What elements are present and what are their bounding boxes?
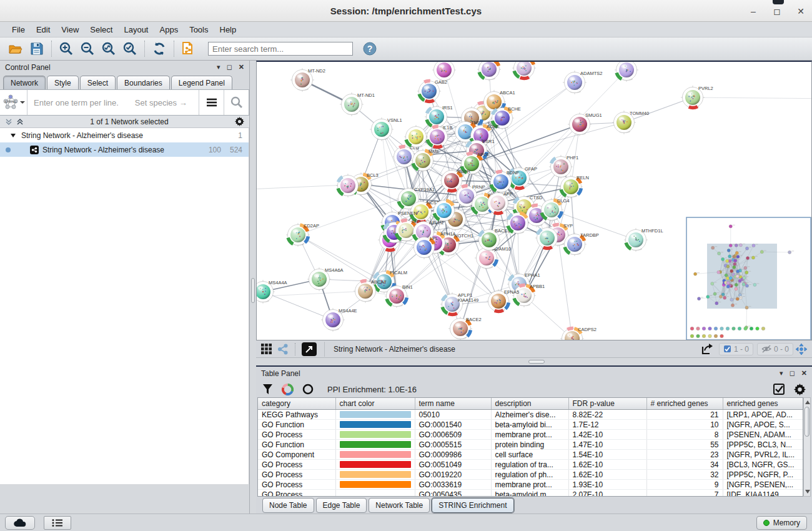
network-node[interactable]	[506, 211, 530, 235]
splitter-handle[interactable]	[251, 278, 255, 303]
table-row[interactable]: GO ProcessGO:0051049regulation of tra...…	[258, 460, 803, 470]
selected-checkbox-icon[interactable]	[723, 345, 731, 353]
network-node[interactable]: PHF1	[549, 155, 578, 179]
panel-float-icon[interactable]: ◻	[790, 369, 795, 377]
network-node[interactable]: MME	[411, 149, 440, 172]
panel-close-icon[interactable]: ✕	[801, 369, 807, 377]
network-collection-row[interactable]: String Network - Alzheimer's disease 1	[0, 128, 249, 142]
collapse-all-icon[interactable]	[16, 118, 24, 126]
table-row[interactable]: KEGG Pathways05010Alzheimer's dise...8.8…	[258, 410, 803, 420]
column-header-term-name[interactable]: term name	[415, 398, 491, 410]
network-node[interactable]	[615, 62, 638, 82]
table-row[interactable]: GO ComponentGO:0009986cell surface1.54E-…	[258, 450, 803, 460]
refresh-icon[interactable]	[149, 39, 170, 58]
menu-edit[interactable]: Edit	[31, 23, 56, 36]
network-node[interactable]: GAB2	[417, 79, 447, 103]
vertical-splitter[interactable]	[250, 61, 256, 514]
table-row[interactable]: GO ProcessGO:0019220regulation of ph...1…	[258, 470, 803, 480]
splitter-handle[interactable]	[528, 360, 545, 364]
hidden-eye-icon[interactable]	[761, 345, 771, 353]
maximize-button[interactable]: ◻	[772, 6, 782, 16]
menu-help[interactable]: Help	[214, 23, 242, 36]
minimize-button[interactable]: –	[748, 6, 758, 16]
menu-view[interactable]: View	[56, 23, 84, 36]
network-node[interactable]: IL1B	[425, 125, 452, 149]
select-rows-checkbox-icon[interactable]	[773, 384, 785, 395]
menu-file[interactable]: File	[6, 23, 31, 36]
string-term-placeholder[interactable]: Enter one term per line.	[34, 98, 119, 107]
column-header-enriched-genes[interactable]: enriched genes	[723, 398, 803, 410]
scroll-down-arrow[interactable]	[805, 490, 810, 494]
tab-network-table[interactable]: Network Table	[369, 498, 430, 513]
zoom-in-icon[interactable]	[56, 39, 77, 58]
network-node[interactable]: APLP1KIAA1149	[440, 292, 478, 316]
export-network-icon[interactable]	[699, 342, 715, 357]
network-node[interactable]: SMUG1	[568, 112, 602, 136]
network-node[interactable]: MT-ND1	[340, 92, 375, 116]
network-from-file-icon[interactable]	[178, 39, 199, 58]
menu-apps[interactable]: Apps	[154, 23, 184, 36]
table-row[interactable]: GO ProcessGO:0006509membrane prot...1.42…	[258, 430, 803, 440]
tab-boundaries[interactable]: Boundaries	[117, 76, 170, 89]
filter-icon[interactable]	[262, 384, 273, 395]
column-header-description[interactable]: description	[491, 398, 568, 410]
open-file-button[interactable]	[5, 39, 26, 58]
tab-network[interactable]: Network	[3, 76, 46, 89]
network-node[interactable]: VSNL1	[370, 117, 402, 141]
enrichment-settings-gear-icon[interactable]	[794, 384, 806, 395]
table-scrollbar[interactable]	[803, 397, 811, 497]
network-node[interactable]: CD2AP	[286, 223, 319, 247]
column-header---enriched-genes[interactable]: # enriched genes	[646, 398, 723, 410]
string-species-hint[interactable]: Set species →	[135, 98, 187, 107]
column-header-category[interactable]: category	[258, 398, 335, 410]
search-input[interactable]	[208, 42, 353, 56]
tab-node-table[interactable]: Node Table	[262, 498, 314, 513]
share-view-icon[interactable]	[275, 342, 291, 357]
network-node[interactable]: ADAMTS2	[563, 71, 602, 94]
tab-style[interactable]: Style	[47, 76, 79, 89]
scrollbar-thumb[interactable]	[805, 407, 810, 437]
enrichment-table[interactable]: categorychart colorterm namedescriptionF…	[257, 397, 803, 497]
birds-eye-toggle-icon[interactable]	[793, 342, 810, 357]
menu-select[interactable]: Select	[84, 23, 118, 36]
zoom-fit-icon[interactable]	[98, 39, 119, 58]
network-node[interactable]	[512, 62, 536, 80]
network-node[interactable]: MS4A4E	[321, 308, 357, 332]
network-node[interactable]: MS4A6A	[307, 267, 344, 291]
zoom-out-icon[interactable]	[77, 39, 98, 58]
tab-select[interactable]: Select	[80, 76, 116, 89]
network-node[interactable]: BACE2	[448, 317, 482, 340]
chart-color-palette-icon[interactable]	[282, 384, 294, 395]
table-row[interactable]: GO FunctionGO:0005515protein binding1.47…	[258, 440, 803, 450]
grid-view-icon[interactable]	[259, 342, 275, 357]
network-node[interactable]: RELN	[559, 175, 589, 199]
help-icon[interactable]: ?	[359, 39, 380, 58]
tree-expander-icon[interactable]	[10, 132, 16, 139]
birds-eye-view[interactable]	[686, 217, 811, 340]
close-button[interactable]: ✕	[796, 6, 806, 16]
table-row[interactable]: GO FunctionGO:0001540beta-amyloid bi...1…	[258, 420, 803, 430]
expand-all-icon[interactable]	[5, 118, 12, 126]
task-history-button[interactable]	[44, 516, 71, 530]
tab-legend-panel[interactable]: Legend Panel	[171, 76, 232, 89]
network-node[interactable]: TOMM40	[612, 111, 649, 134]
panel-collapse-icon[interactable]: ▾	[780, 369, 783, 377]
menu-layout[interactable]: Layout	[118, 23, 154, 36]
clear-color-ring-icon[interactable]	[302, 384, 314, 395]
panel-close-icon[interactable]: ✕	[239, 63, 244, 71]
scroll-up-arrow[interactable]	[805, 400, 810, 404]
save-session-button[interactable]	[26, 39, 47, 58]
string-options-icon[interactable]	[199, 90, 224, 115]
network-node[interactable]: MTHFD1L	[624, 228, 663, 252]
panel-float-icon[interactable]: ◻	[227, 63, 232, 71]
tab-edge-table[interactable]: Edge Table	[316, 498, 367, 513]
table-row[interactable]: GO ProcessGO:0033619membrane prot...1.93…	[258, 480, 803, 490]
network-list-gear-icon[interactable]	[235, 117, 244, 126]
string-search-icon[interactable]	[224, 90, 249, 115]
annotation-mode-icon[interactable]	[302, 342, 317, 356]
column-header-FDR-p-value[interactable]: FDR p-value	[568, 398, 646, 410]
memory-button[interactable]: Memory	[756, 516, 807, 530]
network-node[interactable]: MS4A4A	[257, 280, 287, 304]
network-node[interactable]	[477, 62, 501, 81]
network-view-canvas[interactable]: MT-ND2MT-ND1VSNL1GAB2IRS1CHATABCA1BCHEIL…	[256, 61, 812, 340]
